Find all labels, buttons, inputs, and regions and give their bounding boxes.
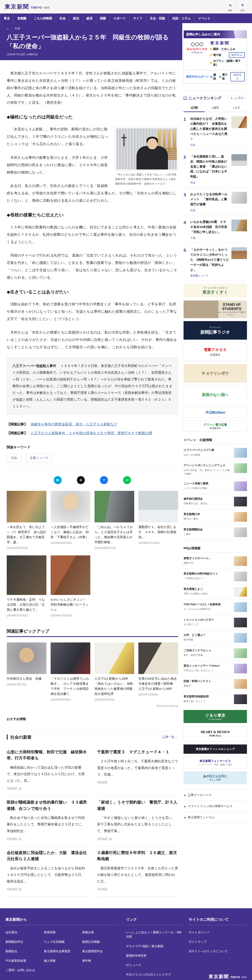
footer-link[interactable]: 採用情報 (44, 930, 79, 935)
event-item[interactable]: ジブリパークとジブリ展 6/29～9/23開催 (184, 445, 247, 461)
news-item[interactable]: ０歳暴行死に懲役８年求刑 ２６歳父、鹿児島地裁 鹿児島県鹿屋市で２０２０年、生後… (97, 846, 178, 897)
news-item[interactable]: 「家傾く」うそで契約疑い 警視庁、計５人逮捕 「今すぐ補強しないと家が傾く」とう… (97, 796, 178, 846)
nav-item-event[interactable]: イベント (195, 13, 214, 23)
article-list-link[interactable]: 記事一覧 〉 (163, 735, 178, 739)
keyword-tag-shakai[interactable]: 社会 (7, 453, 22, 463)
nav-item-sports[interactable]: スポーツ (109, 13, 129, 23)
nav-item-life[interactable]: ライフ (129, 13, 146, 23)
banner-chorinbo[interactable]: チョウリンボウ (184, 364, 247, 383)
pr-item[interactable]: 東京新聞140周年特設サイト ～半世紀を超えて～ (184, 569, 247, 584)
pr-item[interactable]: 東京メッセージデー T-Voice! 大切な人に想いを伝えよう (184, 661, 247, 676)
related-link[interactable]: 八王子の３人射殺事件 ２４年前の現場を３Ｄで再現 警視庁ＨＰで動画公開 (30, 431, 152, 436)
nav-item-tokyo[interactable]: 東京 (0, 13, 13, 23)
nav-item-shasetsu[interactable]: 社説・コラム (169, 13, 195, 23)
x-share-icon[interactable]: X (77, 476, 85, 484)
pickup-card[interactable]: 「テロリストは便所でぶち殺す」 ロシア大統領選まで半年 プーチン大統領語録を読み… (51, 643, 90, 702)
ranking-item[interactable]: 3 かぶりたくなる自転車ヘルメット 「無印良品」と警視庁が連携 社会 (184, 188, 247, 215)
banner-anohi[interactable]: あの日どんな日に 詳しい新聞 (184, 772, 247, 784)
nav-item-shutoken[interactable]: 首都圏 (13, 13, 30, 23)
news-item[interactable]: 医師が睡眠薬飲ませ性的暴行疑い ３３歳男逮捕、合コンで知り合う 飲み会で知り合っ… (7, 796, 88, 846)
related-card[interactable]: ウナギ激戦地・足利 うなる活気 土用の丑の日「元気に暑さ乗り越えて」 (2024… (7, 555, 46, 617)
hatena-share-icon[interactable]: B! (54, 476, 62, 484)
related-card[interactable]: ＜人生相談＞不倫相手が亡くなり、嫉妬に心乱れ 回答・下重暁子さん（作家） (20… (51, 491, 90, 550)
news-item[interactable]: 会社破産前に預金隠したか、大阪 運送会社元社長ら２人逮捕 会社が破産手続きに入る… (7, 846, 88, 897)
related-link[interactable]: 未解決４事件の懸賞金延長 東京・八王子３人射殺など (30, 422, 117, 427)
ad-item[interactable]: Ｗプラン［新聞＋電子版］ (213, 59, 245, 67)
nav-item-seiji[interactable]: 政治 (69, 13, 83, 23)
related-card[interactable]: かわいらしさにキュン♡ 羽村市動物公園ベビーラッシュ (2024年07月25日) (51, 555, 90, 617)
banner-official-shop[interactable]: 東京新聞オフィシャルショップ (184, 745, 247, 754)
ad-item[interactable]: 電子版 (213, 53, 221, 57)
footer-link[interactable]: デモクラTV 熱読！東京新聞 (126, 944, 182, 948)
ad-item[interactable]: 電子版 (222, 73, 229, 81)
banner-tokyo-sukusuku[interactable]: 子どもとの日々を支える 東京すくすく (184, 284, 247, 298)
nav-item-tokuhobu[interactable]: こちら特報部 (30, 13, 56, 23)
pr-item[interactable]: シャンシャンがいた日々 大人気グッズ (184, 615, 247, 630)
event-item[interactable]: 東京新聞の本 新刊のご案内 (184, 509, 247, 525)
footer-logo[interactable]: 東京新聞 TOKYO Web (209, 974, 247, 980)
footer-link[interactable]: 新聞科学研究所 (126, 953, 182, 958)
pr-item[interactable]: ご当地ブックマルシェ 東京・船堀で開催 (184, 646, 247, 661)
tab-1month[interactable]: 1カ月 (226, 104, 247, 112)
home-icon[interactable]: ⌂ (7, 27, 9, 30)
footer-link[interactable]: 47ニュース (126, 963, 182, 967)
facebook-share-icon[interactable]: f (100, 476, 108, 484)
login-button[interactable]: ログイン (229, 52, 245, 58)
ranking-item[interactable]: 1 自治会からなぜ、入学祝いの案内状が？ 名簿流出を心配した家族が提供元を調べた… (184, 112, 247, 150)
banner-biznavi[interactable]: 中日BizNavi (184, 407, 247, 418)
login-button[interactable]: ログイン (230, 72, 245, 81)
tab-1week[interactable]: 1週間 (205, 104, 226, 112)
event-item[interactable]: 東京新聞懇話会 ご案内 (184, 525, 247, 540)
site-logo[interactable]: 東京新聞 TOKYO Web (5, 3, 49, 11)
ranking-item[interactable]: 2 「永住資格取り消し」規定、韓国人や中国人団体が見直し要望 「選ばれない国」に… (184, 150, 247, 188)
related-card[interactable]: 「ごめんね。バレちゃうから」と小池百合子さんは言った…都知事の元同居人が学歴詐称… (95, 491, 134, 550)
ad-item[interactable]: 購読・ためしよみ (213, 47, 235, 51)
footer-link[interactable]: 会社案内 (5, 930, 41, 935)
ad-item[interactable]: 購読 (213, 73, 217, 81)
footer-link[interactable]: ご質問・お問い合わせ (5, 968, 41, 972)
pr-item[interactable]: 東京情報たまご 耳寄りな情報をお届け (184, 584, 247, 600)
breadcrumb-section[interactable]: 社会 (15, 27, 20, 30)
pickup-card[interactable]: 毛筆の29文字に込めた執念 今春定年の捜査一課刑事 八王子3人射殺から26年 (… (138, 643, 178, 702)
banner-heart-design[interactable]: HEART & DESIGN FOR ALL (184, 726, 247, 741)
ranking-item[interactable]: 5 「土のサーキット」をかつてのラジコン少年がつくった 2時間半かけて通うリピー… (184, 243, 247, 281)
footer-link[interactable]: 中日産業技術賞 (5, 959, 41, 963)
footer-link[interactable]: 関連企業 (82, 930, 117, 935)
footer-link[interactable]: 新聞折込 (5, 949, 41, 953)
nav-item-bunka[interactable]: 文化・芸能 (146, 13, 169, 23)
nav-item-shakai[interactable]: 社会 (56, 13, 69, 23)
banner-shimbun-radio[interactable]: Podcast 新聞記事ラジオ (184, 321, 247, 340)
event-item[interactable]: ニュース深掘り講座 シリーズ5回目を開催 (184, 479, 247, 494)
footer-link[interactable]: 新聞購読申込 (5, 940, 41, 944)
keyword-tag-shuyo[interactable]: 主要ニュース (25, 453, 53, 463)
banner-standup-students[interactable]: STAND UP STUDENTS いま、わたしたちのまわりで起きていること。 (184, 301, 247, 318)
footer-link[interactable]: 東京新聞社会事業団 (44, 949, 79, 953)
tab-3days[interactable]: 3日間 (184, 104, 205, 112)
subscription-ad[interactable]: 新聞お申し込みのご案内 みんなのミカタ 東京新聞140th 東京新聞 購読・ため… (184, 30, 247, 84)
banner-green-power[interactable]: グリーン電力証書 本社販売中 (184, 421, 247, 432)
pr-item[interactable]: 投稿！料理コンテスト 募集中 (184, 676, 247, 692)
banner-photo-service[interactable]: 東京新聞フォトサービス バックナンバー・写真・紙面のご購入 (184, 757, 247, 768)
pr-item[interactable]: 大学、どう選ぶ？ 進学情報 (184, 630, 247, 646)
footer-link[interactable]: サイトマップ (189, 940, 247, 944)
footer-link[interactable]: 新聞広告掲載 (82, 940, 117, 944)
event-item[interactable]: 修学旅行講演会 活断層のお話・落語も (184, 494, 247, 509)
pr-item[interactable]: 東京新聞 映画配給部 劇場で会いましょう (184, 692, 247, 707)
banner-genpatsu[interactable]: 原発のない国へ (184, 385, 247, 404)
footer-link[interactable]: 東京新聞奨学会 (82, 949, 117, 953)
footer-link[interactable]: 中日ドラゴンズ公式ファンクラブ (126, 972, 182, 977)
footer-link[interactable]: いっしょに読もう！新聞コンクール・NIE月間 (126, 930, 182, 939)
footer-link[interactable]: ウェブ広告掲載 (44, 940, 79, 944)
related-card[interactable]: ＜本を読もう、街に出よう＞（7）林芙美子 自ら設計図描き、大工連れて京都見学…放… (7, 491, 46, 550)
pickup-card[interactable]: 中村靖日さん死去 俳優 (2024年7月17日) (7, 643, 46, 702)
nav-item-keizai[interactable]: 経済 (83, 13, 96, 23)
sidebar-item-tokyo-forum[interactable]: ▶ 東京新聞フォーラム (184, 812, 247, 823)
banner-dengeki-anemone[interactable]: 電撃アネモネ 松尾貴史 (184, 342, 247, 361)
sidebar-item-article-database[interactable]: ▶ 記事データベース (184, 790, 247, 801)
sidebar-item-smartphone-service[interactable]: ▶ スマートフォン向け情報サービス (184, 801, 247, 812)
footer-link[interactable]: サイトポリシー (189, 930, 247, 935)
pr-item[interactable]: 都電ダイヤのページ… 御菓子司 (184, 554, 247, 569)
footer-link[interactable]: 個人情報 (44, 959, 79, 963)
news-item[interactable]: 千葉県で震度３ マグニチュード４・１ ２５日午後１時１分ごろ、千葉県大網白里市な… (97, 746, 178, 796)
nav-item-kokusai[interactable]: 国際 (96, 13, 109, 23)
